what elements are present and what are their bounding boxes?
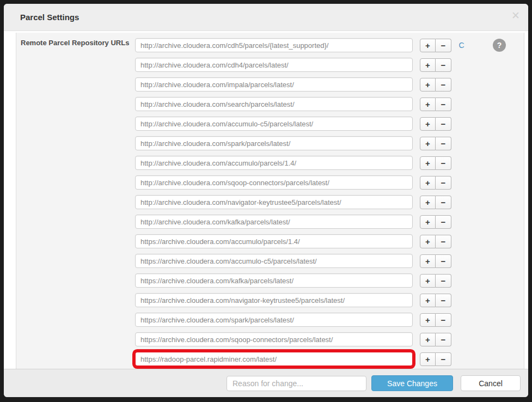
add-url-button[interactable]: + xyxy=(420,176,436,190)
field-label: Remote Parcel Repository URLs xyxy=(21,38,132,48)
add-url-button[interactable]: + xyxy=(420,254,436,268)
remove-url-button[interactable]: − xyxy=(436,352,451,366)
repository-url-input[interactable] xyxy=(135,215,413,229)
repository-url-input[interactable] xyxy=(135,195,413,209)
repository-url-input[interactable] xyxy=(135,58,413,72)
add-url-button[interactable]: + xyxy=(420,117,436,131)
row-button-group: + − xyxy=(420,294,451,307)
repository-url-row: + − xyxy=(135,332,506,346)
row-button-group: + − xyxy=(420,78,451,92)
repository-url-input[interactable] xyxy=(135,175,413,190)
cancel-button[interactable]: Cancel xyxy=(461,375,521,391)
save-changes-button[interactable]: Save Changes xyxy=(371,375,453,391)
repository-url-row: + − xyxy=(135,352,506,366)
repository-url-row: + − xyxy=(135,195,506,209)
remove-url-button[interactable]: − xyxy=(436,254,451,268)
repository-url-row: + − xyxy=(135,58,506,72)
repository-url-input[interactable] xyxy=(135,293,413,307)
repository-url-input[interactable] xyxy=(135,117,413,131)
add-url-button[interactable]: + xyxy=(420,196,436,209)
dialog-footer: Save Changes Cancel xyxy=(4,369,528,397)
add-url-button[interactable]: + xyxy=(420,156,436,170)
remove-url-button[interactable]: − xyxy=(436,117,451,131)
repository-url-input[interactable] xyxy=(135,332,413,346)
add-url-button[interactable]: + xyxy=(420,235,436,248)
add-url-button[interactable]: + xyxy=(420,39,436,52)
remove-url-button[interactable]: − xyxy=(436,313,451,327)
repository-url-row: + − xyxy=(135,313,506,327)
add-url-button[interactable]: + xyxy=(420,98,436,111)
row-button-group: + − xyxy=(420,156,451,170)
add-url-button[interactable]: + xyxy=(420,78,436,92)
repository-url-row: + − xyxy=(135,136,506,150)
remove-url-button[interactable]: − xyxy=(436,215,451,229)
remove-url-button[interactable]: − xyxy=(436,274,451,288)
config-panel: Remote Parcel Repository URLs + − C ? + … xyxy=(16,33,524,369)
row-button-group: + − xyxy=(420,117,451,131)
row-button-group: + − xyxy=(420,254,451,268)
remove-url-button[interactable]: − xyxy=(436,137,451,150)
dialog-body: Remote Parcel Repository URLs + − C ? + … xyxy=(4,31,528,369)
remove-url-button[interactable]: − xyxy=(436,235,451,248)
repository-url-row: + − xyxy=(135,254,506,268)
repository-url-row: + − xyxy=(135,234,506,248)
repository-url-list: + − C ? + − + − + − + xyxy=(135,38,506,371)
repository-url-input[interactable] xyxy=(135,77,413,92)
row-button-group: + − xyxy=(420,274,451,288)
row-button-group: + − xyxy=(420,313,451,327)
remove-url-button[interactable]: − xyxy=(436,294,451,307)
row-button-group: + − xyxy=(420,352,451,366)
repository-url-input[interactable] xyxy=(135,352,413,366)
repository-url-row: + − xyxy=(135,175,506,190)
dialog-header: Parcel Settings ✕ xyxy=(4,4,528,31)
reason-for-change-input[interactable] xyxy=(227,376,366,391)
row-button-group: + − xyxy=(420,235,451,248)
repository-url-row: + − xyxy=(135,215,506,229)
add-url-button[interactable]: + xyxy=(420,215,436,229)
row-button-group: + − xyxy=(420,39,451,52)
repository-url-input[interactable] xyxy=(135,254,413,268)
repository-url-row: + − C ? xyxy=(135,38,506,52)
add-url-button[interactable]: + xyxy=(420,274,436,288)
repository-url-input[interactable] xyxy=(135,273,413,288)
remove-url-button[interactable]: − xyxy=(436,98,451,111)
add-url-button[interactable]: + xyxy=(420,313,436,327)
dialog-title: Parcel Settings xyxy=(20,13,79,22)
undo-icon[interactable]: C xyxy=(457,41,466,50)
row-button-group: + − xyxy=(420,215,451,229)
repository-url-row: + − xyxy=(135,293,506,307)
remove-url-button[interactable]: − xyxy=(436,39,451,52)
remove-url-button[interactable]: − xyxy=(436,333,451,346)
repository-url-row: + − xyxy=(135,156,506,170)
row-button-group: + − xyxy=(420,333,451,346)
remove-url-button[interactable]: − xyxy=(436,156,451,170)
add-url-button[interactable]: + xyxy=(420,58,436,72)
repository-url-input[interactable] xyxy=(135,313,413,327)
close-icon[interactable]: ✕ xyxy=(510,9,521,22)
help-icon[interactable]: ? xyxy=(493,39,506,52)
add-url-button[interactable]: + xyxy=(420,137,436,150)
parcel-settings-dialog: Parcel Settings ✕ Remote Parcel Reposito… xyxy=(4,4,528,397)
repository-url-input[interactable] xyxy=(135,97,413,111)
row-button-group: + − xyxy=(420,176,451,190)
remove-url-button[interactable]: − xyxy=(436,58,451,72)
row-button-group: + − xyxy=(420,98,451,111)
add-url-button[interactable]: + xyxy=(420,352,436,366)
remove-url-button[interactable]: − xyxy=(436,196,451,209)
remove-url-button[interactable]: − xyxy=(436,176,451,190)
repository-url-input[interactable] xyxy=(135,136,413,150)
repository-url-row: + − xyxy=(135,273,506,288)
add-url-button[interactable]: + xyxy=(420,333,436,346)
repository-url-input[interactable] xyxy=(135,234,413,248)
repository-url-row: + − xyxy=(135,77,506,92)
row-button-group: + − xyxy=(420,137,451,150)
repository-url-row: + − xyxy=(135,117,506,131)
row-button-group: + − xyxy=(420,196,451,209)
repository-url-row: + − xyxy=(135,97,506,111)
repository-url-input[interactable] xyxy=(135,156,413,170)
repository-url-input[interactable] xyxy=(135,38,413,52)
row-button-group: + − xyxy=(420,58,451,72)
add-url-button[interactable]: + xyxy=(420,294,436,307)
remove-url-button[interactable]: − xyxy=(436,78,451,92)
